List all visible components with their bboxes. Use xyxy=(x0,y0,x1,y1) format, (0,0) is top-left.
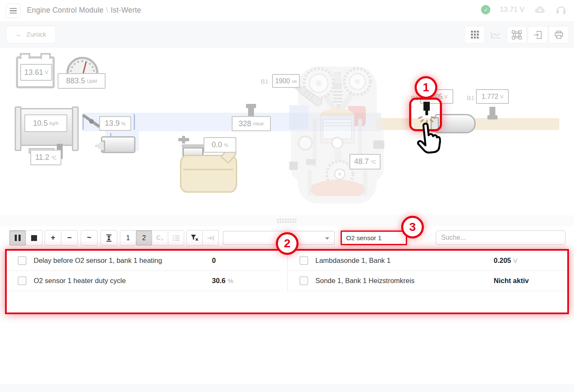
export-button[interactable] xyxy=(528,26,548,43)
row-checkbox[interactable] xyxy=(18,256,26,265)
autoscale-button[interactable] xyxy=(101,230,117,246)
bank-label: B1 xyxy=(261,78,268,85)
stop-icon xyxy=(31,235,37,241)
autoscale-icon xyxy=(106,234,112,242)
list-button[interactable] xyxy=(168,230,184,246)
injection-time-box: 1900us xyxy=(272,74,300,88)
panel-splitter[interactable] xyxy=(0,215,574,226)
pipe-tick xyxy=(134,114,135,130)
annotation-step-1: 1 xyxy=(415,76,437,99)
splitter-handle-icon xyxy=(277,219,297,223)
grid-view-button[interactable] xyxy=(465,26,485,43)
jump-to-end-button[interactable] xyxy=(202,230,219,246)
battery-voltage-box: 13.61V xyxy=(20,64,52,81)
clear-values-button[interactable]: C✕ xyxy=(152,230,168,246)
measurement-label: O2 sensor 1 heater duty cycle xyxy=(34,277,126,285)
post-cat-o2-sensor-icon xyxy=(489,107,495,116)
engine-diagram-panel: 13.61V 883.5UpM 10.5kg/h 11.2°C 13.9% 0.… xyxy=(0,48,574,215)
purge-valve-icon xyxy=(178,138,189,141)
bank-label: B1 xyxy=(467,94,474,101)
measurement-label: Delay before O2 sensor 1, bank 1 heating xyxy=(34,257,162,265)
measurement-value: 30.6 xyxy=(212,277,225,285)
stop-button[interactable] xyxy=(26,230,42,246)
row-checkbox[interactable] xyxy=(299,276,308,285)
row-checkbox[interactable] xyxy=(18,276,26,285)
throttle-position-box: 13.9% xyxy=(99,116,131,131)
filter-reset-button[interactable] xyxy=(186,230,203,246)
fuel-filter-icon xyxy=(101,136,135,153)
arrow-to-bar-icon xyxy=(207,235,214,241)
grid-icon xyxy=(471,31,479,39)
engine-speed-box: 883.5UpM xyxy=(58,73,106,89)
back-arrow-icon: ← xyxy=(16,31,22,38)
breadcrumb: Engine Control Module\Ist-Werte xyxy=(27,6,141,15)
filter-input[interactable] xyxy=(341,230,407,245)
pressure-sensor-icon xyxy=(248,107,254,117)
view-2-button[interactable]: 2 xyxy=(136,230,152,246)
wave-icon: ~ xyxy=(87,233,92,242)
measurement-label: Sonde 1, Bank 1 Heizstromkreis xyxy=(315,277,415,285)
support-headset-icon[interactable] xyxy=(555,5,566,15)
measurement-value: 0.205 xyxy=(494,257,511,265)
view-1-button[interactable]: 1 xyxy=(120,230,136,246)
row-checkbox[interactable] xyxy=(299,256,308,265)
export-icon xyxy=(533,30,542,40)
page-toolbar: ← Zurück xyxy=(0,21,574,48)
fuel-tank-icon xyxy=(180,155,237,193)
cloud-download-icon[interactable] xyxy=(534,5,546,14)
app-window: Engine Control Module\Ist-Werte ✓ 13.71 … xyxy=(0,0,574,392)
breadcrumb-separator: \ xyxy=(103,6,111,14)
minus-icon: − xyxy=(67,233,72,242)
pause-button[interactable] xyxy=(9,230,26,246)
clear-icon: C✕ xyxy=(156,234,164,242)
column-divider xyxy=(287,251,288,291)
line-chart-icon xyxy=(491,31,501,39)
table-row[interactable]: Sonde 1, Bank 1 Heizstromkreis Nicht akt… xyxy=(288,271,567,291)
measured-values-table: Delay before O2 sensor 1, bank 1 heating… xyxy=(5,249,569,314)
menu-button[interactable] xyxy=(6,3,21,18)
page-title: Ist-Werte xyxy=(111,6,141,14)
air-mass-box: 10.5kg/h xyxy=(24,114,67,132)
battery-voltage-status: 13.71 V xyxy=(500,5,524,14)
measurement-unit: V xyxy=(513,257,517,265)
header-bar: Engine Control Module\Ist-Werte ✓ 13.71 … xyxy=(0,0,574,21)
pause-icon xyxy=(15,235,21,241)
tank-vent-box: 0.0% xyxy=(204,137,236,153)
manifold-pressure-box: 328mbar xyxy=(232,116,271,131)
selection-frame-icon xyxy=(512,30,522,40)
lambda-post-cat-box: 1.772V xyxy=(476,89,509,104)
o2-sensor-icon xyxy=(418,102,436,124)
list-icon xyxy=(172,235,180,241)
back-button[interactable]: ← Zurück xyxy=(6,26,56,43)
view-2-label: 2 xyxy=(142,234,146,242)
intake-temp-box: 11.2°C xyxy=(30,150,61,165)
graph-view-button[interactable] xyxy=(486,26,506,43)
remove-measurement-button[interactable]: − xyxy=(61,230,78,246)
measurement-label: Lambdasonde 1, Bank 1 xyxy=(315,257,391,265)
throttle-valve-icon xyxy=(82,112,99,131)
plus-icon: + xyxy=(51,233,56,242)
annotation-step-3: 3 xyxy=(401,216,424,238)
connection-status-icon: ✓ xyxy=(481,5,490,14)
layout-select-button[interactable] xyxy=(507,26,527,43)
graph-toggle-button[interactable]: ~ xyxy=(81,230,98,246)
measurement-unit: % xyxy=(227,277,233,285)
measurement-value: Nicht aktiv xyxy=(494,277,529,285)
measurement-value: 0 xyxy=(212,257,216,265)
coolant-temp-box: 48.7°C xyxy=(349,154,381,170)
printer-icon xyxy=(554,31,563,39)
table-row[interactable]: Delay before O2 sensor 1, bank 1 heating… xyxy=(7,251,280,271)
annotation-step-2: 2 xyxy=(276,232,299,255)
add-measurement-button[interactable]: + xyxy=(45,230,61,246)
module-title: Engine Control Module xyxy=(27,6,103,14)
hand-cursor-icon xyxy=(413,121,442,155)
window-footer xyxy=(0,384,574,392)
table-row[interactable]: O2 sensor 1 heater duty cycle 30.6% xyxy=(7,271,280,291)
engine-illustration xyxy=(289,64,385,206)
filter-x-icon xyxy=(190,234,198,241)
table-row[interactable]: Lambdasonde 1, Bank 1 0.205V xyxy=(288,251,567,271)
print-button[interactable] xyxy=(549,26,569,43)
search-input[interactable] xyxy=(436,230,566,245)
view-1-label: 1 xyxy=(126,234,130,242)
back-button-label: Zurück xyxy=(26,31,46,38)
